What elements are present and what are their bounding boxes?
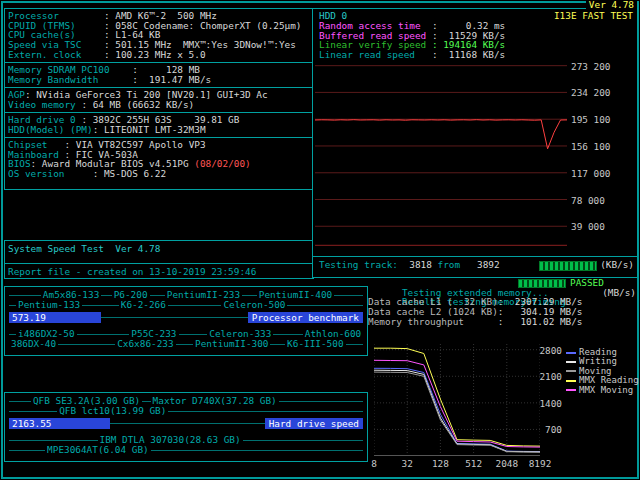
metric-row: Linear read speed : 11168 KB/s [319,50,633,60]
cache-speed-graph [374,344,540,456]
track-progress-bar [539,261,597,271]
benchmark-category-label: Hard drive speed [265,418,363,429]
y-axis-label: 1400 [539,399,562,409]
series-linear-verify-speed [315,120,567,149]
benchmark-category-label: Processor benchmark [248,312,363,323]
benchmark-marker-label: Cx6x86-233 [115,339,175,349]
hdd-read-graph-area [315,61,567,253]
x-axis-label: 2048 [493,459,521,469]
benchmark-result-value: 573.19 [12,312,46,323]
app-title: System Speed Test Ver 4.78 [8,243,160,254]
legend-label: MMX Moving [579,385,633,395]
harddrive-benchmark-panel: QFB SE3.2A(3.00 GB)Maxtor D740X(37.28 GB… [4,392,368,462]
memory-testing-row: Testing extended memory... PASSED [368,278,636,288]
cache-speed-graph-area [374,344,540,456]
benchmark-result-value: 2163.55 [12,418,52,429]
info-value: : 100.23 MHz x 5.0 [104,49,206,60]
cache-label: Memory throughput [368,316,498,327]
x-axis-label: 8192 [526,459,554,469]
bios-date: (08/02/00) [194,158,250,169]
cache-graph-x-axis: 83212851220488192 [374,459,540,469]
track-label: Testing track: [319,259,398,270]
legend-chip [566,370,576,372]
legend-chip [566,361,576,363]
info-value: : LITEONIT LMT-32M3M [93,124,206,135]
info-row: HDD(Model) (PM): LITEONIT LMT-32M3M [8,125,316,135]
legend-item: MMX Moving [566,386,638,395]
cache-graph-y-axis: 280021001400700 [540,344,562,456]
panel-divider [313,256,637,257]
metric-value: : 11168 KB/s [432,49,505,60]
x-axis-label: 128 [426,459,454,469]
app-title-row: System Speed Test Ver 4.78 [5,241,313,264]
speedsys-screen: Ver 4.78 Processor : AMD K6™-2 500 MHz C… [0,0,640,480]
legend-chip [566,389,576,391]
passed-badge: PASSED [570,278,604,288]
hdd-read-graph [315,61,567,253]
series-mmx-reading [374,348,540,446]
benchmark-marker-label: Pentium-133 [16,300,82,310]
track-total: 3892 [466,259,500,270]
app-title-panel: System Speed Test Ver 4.78 Report file -… [4,240,314,279]
y-axis-label: 117 000 [571,169,611,179]
benchmark-marker-label: QFB lct10(13.99 GB) [57,406,168,416]
benchmark-marker-label: Celeron-500 [221,300,287,310]
benchmark-marker-label: 386DX-40 [9,339,58,349]
info-label: OS version [8,168,93,179]
report-row: Report file - created on 13-10-2019 23:5… [5,264,313,277]
track-unit-label: (KB/s) [600,260,634,270]
x-axis-label: 512 [460,459,488,469]
mainboard-panel: Chipset : VIA VT82C597 Apollo VP3 Mainbo… [4,137,320,190]
info-label: HDD(Model) (PM) [8,124,93,135]
processor-benchmark-panel: Am5x86-133P6-200PentiumII-233PentiumII-4… [4,286,368,356]
benchmark-marker-label: K6-2-266 [119,300,168,310]
y-axis-label: 234 200 [571,88,611,98]
benchmark-scale-row: MPE3064AT(6.04 GB) [9,445,363,455]
version-label: Ver 4.78 [586,0,637,10]
legend-chip [566,352,576,354]
info-label: Extern. clock [8,49,104,60]
info-label: Memory Bandwidth [8,74,132,85]
y-axis-label: 273 200 [571,62,611,72]
benchmark-marker-label: PentiumII-300 [193,339,270,349]
info-value: : 64 MB (66632 KB/s) [81,99,194,110]
hdd-metrics: Random access time : 0.32 ms Buffered re… [319,21,633,60]
benchmark-bar-row: 2163.55Hard drive speed [9,418,363,429]
info-row: Video memory : 64 MB (66632 KB/s) [8,100,316,110]
info-value: : MS-DOS 6.22 [93,168,166,179]
hdd-test-panel: HDD 0 I13E FAST TEST Random access time … [312,8,638,278]
benchmark-marker-label: K6-III-500 [285,339,345,349]
x-axis-label: 32 [393,459,421,469]
track-current: 3818 [398,259,432,270]
y-axis-label: 156 100 [571,142,611,152]
processor-panel: Processor : AMD K6™-2 500 MHz CPUID (TFM… [4,8,320,68]
info-value: : 191.47 MB/s [132,74,211,85]
info-row: OS version : MS-DOS 6.22 [8,169,316,179]
info-row: Memory Bandwidth : 191.47 MB/s [8,75,316,85]
y-axis-label: 195 100 [571,115,611,125]
benchmark-bar-row: 573.19Processor benchmark [9,312,363,323]
benchmark-scale-row: 386DX-40Cx6x86-233PentiumII-300K6-III-50… [9,339,363,349]
memory-progress-bar [518,279,566,288]
y-axis-label: 39 000 [571,222,605,232]
cache-graph-legend: Reading Writing Moving MMX Reading MMX M… [566,348,638,395]
info-row: Extern. clock : 100.23 MHz x 5.0 [8,50,316,60]
track-from-word: from [432,259,466,270]
benchmark-scale-row: Pentium-133K6-2-266Celeron-500 [9,300,363,310]
y-axis-label: 2800 [539,346,562,356]
benchmark-scale-row: QFB lct10(13.99 GB) [9,406,363,416]
y-axis-label: 78 000 [571,196,605,206]
legend-chip [566,380,576,382]
cache-value: : 101.02 MB/s [498,316,583,327]
cache-result-row: Memory throughput : 101.02 MB/s [368,317,636,327]
benchmark-marker-label: Maxtor D740X(37.28 GB) [151,396,279,406]
benchmark-marker-label: MPE3064AT(6.04 GB) [45,445,151,455]
metric-label: Linear read speed [319,49,432,60]
series-mmx-moving [374,360,540,447]
y-axis-label: 700 [545,425,562,435]
hdd-graph-y-axis: 273 200234 200195 100156 100117 00078 00… [571,61,635,255]
info-label: Video memory [8,99,81,110]
y-axis-label: 2100 [539,372,562,382]
fast-test-badge: I13E FAST TEST [554,11,633,21]
memory-test-section: Testing extended memory... PASSED Result… [368,278,636,326]
